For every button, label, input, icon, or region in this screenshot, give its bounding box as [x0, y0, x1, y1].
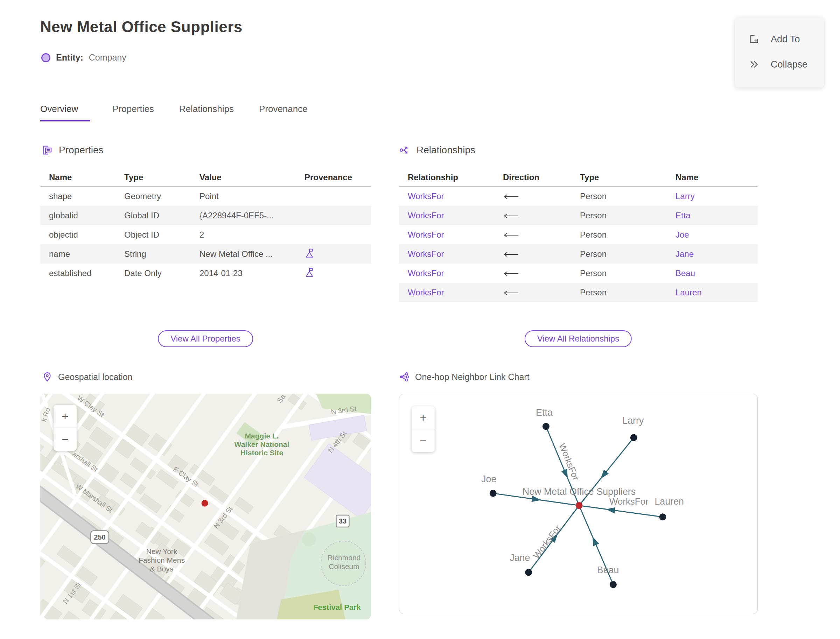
- cell-name: established: [40, 264, 116, 283]
- relationships-section-title: Relationships: [417, 145, 475, 156]
- map[interactable]: 25033 k RdW Clay StSaarshall StW Marshal…: [40, 394, 371, 619]
- cell-type: Person: [571, 186, 667, 206]
- map-label: Maggie L.: [245, 432, 279, 440]
- map-zoom-in-button[interactable]: +: [54, 405, 76, 428]
- node-label: Beau: [597, 565, 619, 575]
- name-link[interactable]: Etta: [676, 211, 690, 220]
- person-node[interactable]: [610, 581, 617, 588]
- table-row: WorksForPersonEtta: [399, 206, 758, 225]
- cell-name: name: [40, 244, 116, 264]
- relationship-link[interactable]: WorksFor: [408, 191, 444, 201]
- link-chart[interactable]: WorksForWorksForWorksForEttaLarryJoeLaur…: [399, 394, 758, 614]
- table-row: WorksForPersonLarry: [399, 186, 758, 206]
- linkchart-section-header: One-hop Neighbor Link Chart: [399, 372, 530, 382]
- name-link[interactable]: Lauren: [676, 288, 702, 297]
- add-to-button[interactable]: Add To: [735, 27, 824, 52]
- name-link[interactable]: Beau: [676, 269, 695, 278]
- geospatial-section-title: Geospatial location: [58, 372, 133, 382]
- cell-name: Etta: [667, 206, 758, 225]
- node-label: Joe: [481, 474, 496, 484]
- cell-name: Joe: [667, 225, 758, 244]
- column-header: Name: [667, 168, 758, 186]
- provenance-flag-cell[interactable]: [296, 264, 371, 283]
- tab-relationships[interactable]: Relationships: [179, 103, 237, 121]
- map-pin-icon: [42, 372, 52, 382]
- left-arrow-icon: [503, 290, 519, 296]
- table-row: shapeGeometryPoint: [40, 186, 371, 206]
- link-chart-canvas: WorksForWorksForWorksForEttaLarryJoeLaur…: [399, 394, 757, 614]
- table-row: WorksForPersonJane: [399, 244, 758, 264]
- name-link[interactable]: Larry: [676, 191, 695, 201]
- cell-name: Larry: [667, 186, 758, 206]
- left-arrow-icon: [503, 194, 519, 200]
- map-zoom-out-button[interactable]: −: [54, 428, 76, 451]
- cell-relationship: WorksFor: [399, 206, 494, 225]
- edge-label: WorksFor: [531, 523, 563, 560]
- left-arrow-icon: [503, 232, 519, 238]
- name-link[interactable]: Jane: [676, 249, 694, 259]
- cell-type: String: [116, 244, 191, 264]
- entity-type-value: Company: [89, 52, 126, 63]
- properties-table: NameTypeValueProvenance shapeGeometryPoi…: [40, 168, 371, 283]
- entity-type-badge: [41, 53, 50, 62]
- chart-zoom-out-button[interactable]: −: [412, 429, 435, 452]
- column-header: Provenance: [296, 168, 371, 186]
- map-label: Historic Site: [240, 448, 283, 457]
- cell-relationship: WorksFor: [399, 283, 494, 302]
- properties-icon: [41, 145, 52, 156]
- cell-type: Person: [571, 225, 667, 244]
- table-row: objectidObject ID2: [40, 225, 371, 244]
- linkchart-section-title: One-hop Neighbor Link Chart: [415, 372, 530, 382]
- relationship-link[interactable]: WorksFor: [408, 211, 444, 220]
- properties-section-title: Properties: [59, 145, 103, 156]
- center-entity-node[interactable]: [576, 502, 583, 509]
- tab-overview[interactable]: Overview: [40, 103, 90, 121]
- collapse-button[interactable]: Collapse: [735, 52, 824, 77]
- cell-name: Lauren: [667, 283, 758, 302]
- table-row: establishedDate Only2014-01-23: [40, 264, 371, 283]
- cell-flag: [296, 225, 371, 244]
- name-link[interactable]: Joe: [676, 230, 689, 239]
- cell-direction: [494, 283, 571, 302]
- column-header: Name: [40, 168, 116, 186]
- person-node[interactable]: [525, 569, 532, 576]
- table-row: nameStringNew Metal Office ...: [40, 244, 371, 264]
- relationship-link[interactable]: WorksFor: [408, 230, 444, 239]
- cell-name: shape: [40, 186, 116, 206]
- route-shield: 250: [94, 533, 105, 541]
- edge-arrowhead: [606, 507, 615, 514]
- column-header: Type: [116, 168, 191, 186]
- column-header: Relationship: [399, 168, 494, 186]
- cell-relationship: WorksFor: [399, 186, 494, 206]
- action-menu: Add To Collapse: [735, 17, 824, 87]
- map-label: Fashion Mens: [138, 556, 185, 564]
- collapse-chevrons-icon: [748, 59, 760, 70]
- person-node[interactable]: [630, 434, 637, 441]
- relationship-link[interactable]: WorksFor: [408, 269, 444, 278]
- map-label: New York: [146, 547, 177, 555]
- cell-direction: [494, 264, 571, 283]
- view-all-properties-button[interactable]: View All Properties: [158, 331, 253, 347]
- page-title: New Metal Office Suppliers: [40, 18, 243, 36]
- person-node[interactable]: [659, 513, 666, 520]
- flag-on-mountain-icon: [304, 248, 314, 258]
- tab-properties[interactable]: Properties: [112, 103, 157, 121]
- provenance-flag-cell[interactable]: [296, 244, 371, 264]
- map-zoom-control: + −: [54, 405, 76, 451]
- cell-type: Object ID: [116, 225, 191, 244]
- map-canvas: 25033 k RdW Clay StSaarshall StW Marshal…: [40, 394, 371, 619]
- edge-arrowhead: [593, 536, 599, 546]
- cell-name: Beau: [667, 264, 758, 283]
- tab-provenance[interactable]: Provenance: [259, 103, 310, 121]
- relationship-link[interactable]: WorksFor: [408, 249, 444, 259]
- person-node[interactable]: [490, 490, 496, 497]
- collapse-label: Collapse: [771, 59, 807, 70]
- map-label: & Boys: [150, 565, 173, 573]
- cell-value: {A228944F-0EF5-...: [191, 206, 296, 225]
- person-node[interactable]: [542, 423, 549, 430]
- map-point-marker: [202, 500, 208, 507]
- link-chart-icon: [399, 372, 409, 382]
- chart-zoom-in-button[interactable]: +: [412, 406, 435, 429]
- relationship-link[interactable]: WorksFor: [408, 288, 444, 297]
- view-all-relationships-button[interactable]: View All Relationships: [525, 331, 632, 347]
